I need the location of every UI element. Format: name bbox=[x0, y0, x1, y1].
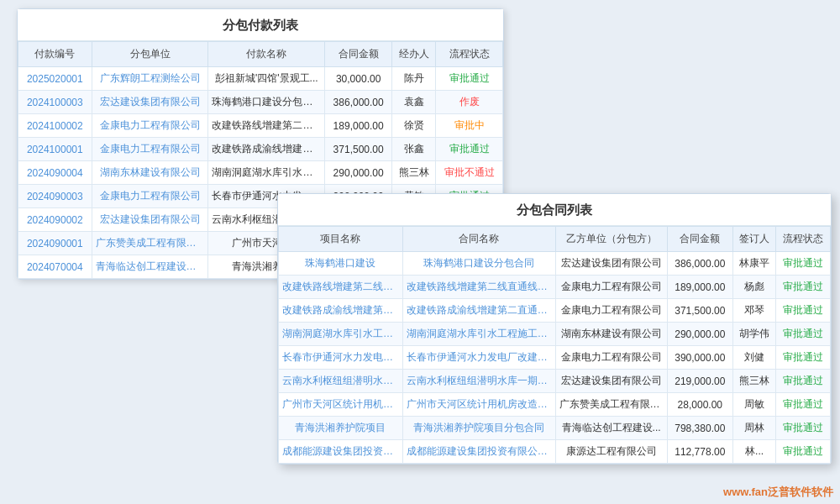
table-cell[interactable]: 改建铁路成渝线增建第二直通线... bbox=[279, 299, 403, 323]
table-row: 2024100001金康电力工程有限公司改建铁路成渝线增建第...371,500… bbox=[18, 138, 503, 161]
table-cell: 审批通过 bbox=[436, 138, 503, 161]
table-cell: 371,500.00 bbox=[667, 299, 732, 323]
table-row: 珠海鹤港口建设珠海鹤港口建设分包合同宏达建设集团有限公司386,000.00林康… bbox=[279, 252, 831, 276]
table-cell[interactable]: 金康电力工程有限公司 bbox=[92, 138, 208, 161]
table-row: 青海洪湘养护院项目青海洪湘养护院项目分包合同青海临达创工程建设...798,38… bbox=[279, 417, 831, 440]
table-cell: 审批通过 bbox=[776, 417, 831, 440]
contract-table: 项目名称合同名称乙方单位（分包方）合同金额签订人流程状态 珠海鹤港口建设珠海鹤港… bbox=[278, 226, 831, 464]
table-cell[interactable]: 2024090002 bbox=[18, 208, 92, 232]
table-cell: 改建铁路线增建第二线... bbox=[208, 114, 325, 138]
table-cell[interactable]: 2024100003 bbox=[18, 91, 92, 114]
table-cell[interactable]: 云南水利枢纽组潜明水库一期工程施工标... bbox=[402, 370, 555, 393]
table-cell: 康源达工程有限公司 bbox=[555, 440, 667, 464]
table-cell: 28,000.00 bbox=[667, 393, 732, 417]
table-cell: 审批通过 bbox=[776, 393, 831, 417]
table-cell: 30,000.00 bbox=[325, 67, 392, 91]
table-cell: 陈丹 bbox=[392, 67, 436, 91]
table-row: 云南水利枢纽组潜明水库一期工程...云南水利枢纽组潜明水库一期工程施工标...宏… bbox=[279, 370, 831, 393]
column-header: 合同名称 bbox=[402, 227, 555, 252]
payment-list-title: 分包付款列表 bbox=[18, 9, 503, 41]
table-cell: 审批不通过 bbox=[436, 161, 503, 185]
table-cell: 邓琴 bbox=[733, 299, 776, 323]
table-cell: 金康电力工程有限公司 bbox=[555, 299, 667, 323]
table-cell[interactable]: 2024090003 bbox=[18, 185, 92, 208]
table-cell: 189,000.00 bbox=[325, 114, 392, 138]
table-cell: 湖南洞庭湖水库引水工... bbox=[208, 161, 325, 185]
table-cell: 熊三林 bbox=[392, 161, 436, 185]
table-cell[interactable]: 广东赞美成工程有限公司 bbox=[92, 232, 208, 255]
table-cell: 张鑫 bbox=[392, 138, 436, 161]
table-cell: 广东赞美成工程有限公司 bbox=[555, 393, 667, 417]
column-header: 乙方单位（分包方） bbox=[555, 227, 667, 252]
table-cell[interactable]: 青海洪湘养护院项目分包合同 bbox=[402, 417, 555, 440]
table-cell: 219,000.00 bbox=[667, 370, 732, 393]
table-row: 改建铁路成渝线增建第二直通线...改建铁路成渝线增建第二直通线（成渝...金康电… bbox=[279, 299, 831, 323]
table-cell: 刘健 bbox=[733, 346, 776, 370]
table-cell[interactable]: 湖南洞庭湖水库引水工程施工标 bbox=[279, 323, 403, 346]
table-cell: 熊三林 bbox=[733, 370, 776, 393]
table-cell[interactable]: 2024100002 bbox=[18, 114, 92, 138]
table-cell: 改建铁路成渝线增建第... bbox=[208, 138, 325, 161]
table-cell[interactable]: 2024100001 bbox=[18, 138, 92, 161]
table-row: 广州市天河区统计用机房改造项目广州市天河区统计用机房改造项目分包...广东赞美成… bbox=[279, 393, 831, 417]
table-cell[interactable]: 2024090001 bbox=[18, 232, 92, 255]
table-cell: 290,000.00 bbox=[667, 323, 732, 346]
table-cell[interactable]: 金康电力工程有限公司 bbox=[92, 185, 208, 208]
table-cell: 金康电力工程有限公司 bbox=[555, 276, 667, 299]
column-header: 流程状态 bbox=[436, 42, 503, 67]
table-cell[interactable]: 宏达建设集团有限公司 bbox=[92, 208, 208, 232]
table-cell[interactable]: 长春市伊通河水力发电厂改建工程 bbox=[279, 346, 403, 370]
table-cell[interactable]: 改建铁路线增建第二线直通线（... bbox=[279, 276, 403, 299]
table-cell: 林康平 bbox=[733, 252, 776, 276]
table-cell: 徐贤 bbox=[392, 114, 436, 138]
table-cell[interactable]: 2024070004 bbox=[18, 255, 92, 279]
table-cell[interactable]: 青海临达创工程建设有... bbox=[92, 255, 208, 279]
table-cell: 林... bbox=[733, 440, 776, 464]
table-cell[interactable]: 广州市天河区统计用机房改造项目分包... bbox=[402, 393, 555, 417]
table-cell[interactable]: 宏达建设集团有限公司 bbox=[92, 91, 208, 114]
table-cell: 湖南东林建设有限公司 bbox=[555, 323, 667, 346]
table-cell[interactable]: 广州市天河区统计用机房改造项目 bbox=[279, 393, 403, 417]
table-cell[interactable]: 金康电力工程有限公司 bbox=[92, 114, 208, 138]
column-header: 分包单位 bbox=[92, 42, 208, 67]
table-cell[interactable]: 2024090004 bbox=[18, 161, 92, 185]
table-row: 2024090004湖南东林建设有限公司湖南洞庭湖水库引水工...290,000… bbox=[18, 161, 503, 185]
table-cell[interactable]: 云南水利枢纽组潜明水库一期工程... bbox=[279, 370, 403, 393]
table-cell: 审批通过 bbox=[776, 370, 831, 393]
column-header: 经办人 bbox=[392, 42, 436, 67]
contract-list-title: 分包合同列表 bbox=[278, 194, 831, 226]
table-cell[interactable]: 2025020001 bbox=[18, 67, 92, 91]
table-cell[interactable]: 长春市伊通河水力发电厂改建工程分包... bbox=[402, 346, 555, 370]
table-cell: 审批通过 bbox=[776, 346, 831, 370]
contract-table-body: 珠海鹤港口建设珠海鹤港口建设分包合同宏达建设集团有限公司386,000.00林康… bbox=[279, 252, 831, 464]
table-cell[interactable]: 珠海鹤港口建设分包合同 bbox=[402, 252, 555, 276]
column-header: 合同金额 bbox=[325, 42, 392, 67]
table-cell[interactable]: 广东辉朗工程测绘公司 bbox=[92, 67, 208, 91]
table-cell: 112,778.00 bbox=[667, 440, 732, 464]
column-header: 项目名称 bbox=[279, 227, 403, 252]
watermark: www.fan泛普软件软件 bbox=[723, 485, 833, 500]
table-cell: 周林 bbox=[733, 417, 776, 440]
table-row: 长春市伊通河水力发电厂改建工程长春市伊通河水力发电厂改建工程分包...金康电力工… bbox=[279, 346, 831, 370]
column-header: 付款名称 bbox=[208, 42, 325, 67]
table-cell: 宏达建设集团有限公司 bbox=[555, 370, 667, 393]
table-cell[interactable]: 改建铁路线增建第二线直通线（成都-西... bbox=[402, 276, 555, 299]
table-row: 湖南洞庭湖水库引水工程施工标湖南洞庭湖水库引水工程施工标分包合同湖南东林建设有限… bbox=[279, 323, 831, 346]
table-cell[interactable]: 改建铁路成渝线增建第二直通线（成渝... bbox=[402, 299, 555, 323]
table-cell[interactable]: 湖南东林建设有限公司 bbox=[92, 161, 208, 185]
table-cell[interactable]: 青海洪湘养护院项目 bbox=[279, 417, 403, 440]
table-row: 2024100003宏达建设集团有限公司珠海鹤港口建设分包合...386,000… bbox=[18, 91, 503, 114]
table-cell[interactable]: 成都能源建设集团投资有限公司... bbox=[279, 440, 403, 464]
table-cell: 审批中 bbox=[436, 114, 503, 138]
table-cell[interactable]: 珠海鹤港口建设 bbox=[279, 252, 403, 276]
watermark-prefix: www.fan bbox=[723, 486, 768, 498]
table-cell: 青海临达创工程建设... bbox=[555, 417, 667, 440]
table-cell[interactable]: 湖南洞庭湖水库引水工程施工标分包合同 bbox=[402, 323, 555, 346]
table-cell: 审批通过 bbox=[776, 323, 831, 346]
table-cell: 386,000.00 bbox=[667, 252, 732, 276]
table-cell: 彭祖新城'四馆'景观工... bbox=[208, 67, 325, 91]
table-cell: 审批通过 bbox=[776, 276, 831, 299]
table-cell: 胡学伟 bbox=[733, 323, 776, 346]
table-cell: 189,000.00 bbox=[667, 276, 732, 299]
table-cell[interactable]: 成都能源建设集团投资有限公司临时办... bbox=[402, 440, 555, 464]
